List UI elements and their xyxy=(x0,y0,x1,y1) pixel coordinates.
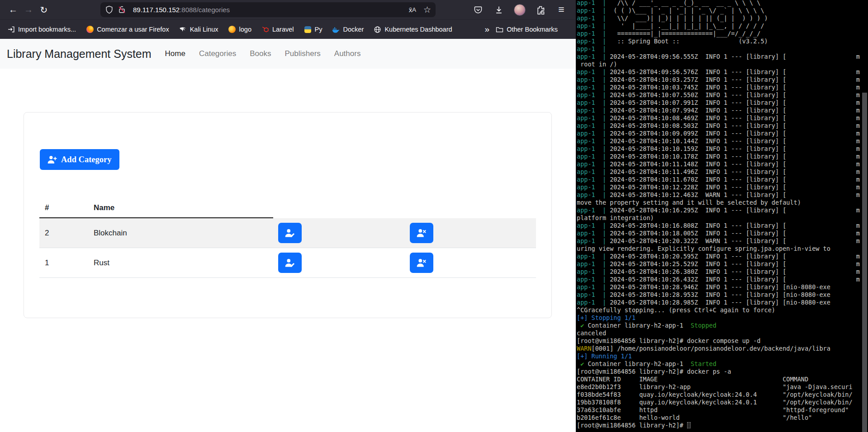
bookmark-label: Kubernetes Dashboard xyxy=(384,26,452,33)
delete-cell xyxy=(405,223,536,243)
header-name: Name xyxy=(94,203,273,212)
url-path: :8088/categories xyxy=(180,6,230,14)
bookmark-label: Docker xyxy=(343,26,364,33)
bookmark-kali-linux[interactable]: Kali Linux xyxy=(179,26,218,33)
site-navbar: Library Management System HomeCategories… xyxy=(0,39,576,69)
terminal-line: app-1 | 2024-05-28T04:10:26.432Z INFO 1 … xyxy=(577,276,868,283)
translate-icon[interactable]: x̄A xyxy=(409,6,416,14)
terminal-line: app-1 | :: Spring Boot :: (v3.2.5) xyxy=(577,38,868,45)
table-header-row: # Name xyxy=(39,198,273,218)
terminal-line: [root@vmi1864856 library-h2]# xyxy=(577,422,868,429)
category-name: Blokchain xyxy=(94,229,273,238)
edit-cell xyxy=(273,253,405,273)
bookmark-label: Comenzar a usar Firefox xyxy=(97,26,169,33)
terminal-scrollbar[interactable] xyxy=(862,93,867,432)
add-category-button[interactable]: Add Category xyxy=(40,149,119,170)
nav-item-publishers[interactable]: Publishers xyxy=(278,46,327,62)
terminal-line: app-1 | 2024-05-28T04:10:18.005Z INFO 1 … xyxy=(577,230,868,237)
terminal-line: CONTAINER ID IMAGE COMMAND xyxy=(577,376,868,383)
terminal-line: app-1 | 2024-05-28T04:10:10.144Z INFO 1 … xyxy=(577,137,868,145)
firefox-icon xyxy=(86,26,94,33)
table-row: 1Rust xyxy=(39,248,536,278)
terminal-line: app-1 | 2024-05-28T04:10:10.178Z INFO 1 … xyxy=(577,153,868,160)
bookmark-kubernetes-dashboard[interactable]: Kubernetes Dashboard xyxy=(374,26,452,33)
terminal-line: app-1 | 2024-05-28T04:10:12.463Z WARN 1 … xyxy=(577,191,868,199)
terminal-line: app-1 | xyxy=(577,45,868,53)
pocket-icon[interactable] xyxy=(470,3,486,17)
other-bookmarks-label: Other Bookmarks xyxy=(507,26,558,33)
terminal-line: app-1 | 2024-05-28T04:09:56.555Z INFO 1 … xyxy=(577,53,868,61)
delete-category-button[interactable] xyxy=(410,223,433,243)
terminal-line: app-1 | 2024-05-28T04:10:11.670Z INFO 1 … xyxy=(577,176,868,183)
terminal-line: uring view rendering. Explicitly configu… xyxy=(577,245,868,253)
url-bar[interactable]: 89.117.150.152:8088/categories x̄A ☆ xyxy=(100,2,436,17)
terminal-line: app-1 | 2024-05-28T04:10:11.148Z INFO 1 … xyxy=(577,160,868,168)
insecure-lock-icon[interactable] xyxy=(118,5,126,14)
extensions-puzzle-icon[interactable] xyxy=(533,3,548,17)
terminal-line: app-1 | 2024-05-28T04:10:25.529Z INFO 1 … xyxy=(577,260,868,268)
avatar-image xyxy=(514,4,526,16)
page-content: Library Management System HomeCategories… xyxy=(0,39,576,432)
folder-icon xyxy=(496,26,503,33)
terminal-line: app-1 | 2024-05-28T04:10:26.380Z INFO 1 … xyxy=(577,268,868,276)
terminal-line: app-1 | 2024-05-28T04:10:28.946Z INFO 1 … xyxy=(577,283,868,291)
bookmark-label: Py xyxy=(315,26,323,33)
bookmark-import-bookmarks[interactable]: Import bookmarks... xyxy=(7,26,76,33)
downloads-icon[interactable] xyxy=(491,3,507,17)
bookmark-laravel[interactable]: Laravel xyxy=(261,26,294,33)
terminal-line: [+] Stopping 1/1 xyxy=(577,314,868,322)
terminal-line: WARN[0001] /home/ponsianodeloor/ponsiano… xyxy=(577,345,868,352)
edit-category-button[interactable] xyxy=(278,253,302,273)
terminal-window[interactable]: app-1 | /\\ / ___'_ __ _ _(_)_ __ __ _ \… xyxy=(576,0,868,432)
table-row: 2Blokchain xyxy=(39,218,536,248)
categories-card: Add Category # Name 2Blokchain1Rust xyxy=(24,112,552,318)
back-button[interactable]: ← xyxy=(5,3,21,17)
nav-item-books[interactable]: Books xyxy=(243,46,278,62)
terminal-line: e8ed2b0b12f3 library-h2-app "java -Djava… xyxy=(577,383,868,391)
bookmarks-overflow-chevron-icon[interactable]: » xyxy=(485,24,490,34)
terminal-line: app-1 | 2024-05-28T04:10:03.745Z INFO 1 … xyxy=(577,84,868,91)
terminal-line: platform integration) xyxy=(577,214,868,222)
profile-avatar[interactable] xyxy=(512,3,527,17)
terminal-cursor xyxy=(687,422,691,428)
toolbar-right-icons: ≡ xyxy=(470,0,569,19)
terminal-line: ✔ Container library-h2-app-1 Stopped xyxy=(577,322,868,329)
category-id: 2 xyxy=(39,229,94,238)
terminal-line: f038bde54f83 quay.io/keycloak/keycloak:2… xyxy=(577,391,868,399)
reload-button[interactable]: ↻ xyxy=(36,3,52,17)
nav-item-home[interactable]: Home xyxy=(158,46,192,62)
bookmark-docker[interactable]: Docker xyxy=(332,26,364,33)
terminal-line: ^CGracefully stopping... (press Ctrl+C a… xyxy=(577,306,868,314)
terminal-line: root in /) xyxy=(577,61,868,68)
menu-hamburger-icon[interactable]: ≡ xyxy=(554,3,569,17)
bookmark-star-icon[interactable]: ☆ xyxy=(423,5,431,15)
globe-icon xyxy=(374,26,381,33)
nav-item-categories[interactable]: Categories xyxy=(192,46,243,62)
url-host: 89.117.150.152 xyxy=(133,6,180,14)
user-x-icon xyxy=(417,258,427,268)
terminal-line: [+] Running 1/1 xyxy=(577,352,868,360)
bookmark-comenzar-a-usar-firefox[interactable]: Comenzar a usar Firefox xyxy=(86,26,169,33)
add-category-label: Add Category xyxy=(61,155,112,164)
nav-item-authors[interactable]: Authors xyxy=(327,46,368,62)
python-icon xyxy=(304,26,312,33)
terminal-line: ✔ Container library-h2-app-1 Started xyxy=(577,360,868,368)
kali-icon xyxy=(179,26,187,33)
terminal-line: app-1 | ' |____| .__|_| |_|_| |_\__, | /… xyxy=(577,22,868,30)
url-text[interactable]: 89.117.150.152:8088/categories xyxy=(133,6,230,14)
terminal-line: 19bb378108f8 quay.io/keycloak/keycloak:2… xyxy=(577,399,868,406)
terminal-line: app-1 | /\\ / ___'_ __ _ _(_)_ __ __ _ \… xyxy=(577,0,868,7)
bookmark-py[interactable]: Py xyxy=(304,26,323,33)
edit-category-button[interactable] xyxy=(278,223,302,243)
browser-window: ← → ↻ 89.117.150.152:8088/categories x̄A… xyxy=(0,0,576,432)
bookmarks-bar: Import bookmarks...Comenzar a usar Firef… xyxy=(0,19,576,39)
user-pen-icon xyxy=(285,258,295,268)
other-bookmarks-folder[interactable]: Other Bookmarks xyxy=(496,26,558,33)
delete-category-button[interactable] xyxy=(410,253,433,273)
bookmark-logo[interactable]: logo xyxy=(228,26,251,33)
forward-button[interactable]: → xyxy=(21,3,36,17)
terminal-line: app-1 | 2024-05-28T04:10:08.469Z INFO 1 … xyxy=(577,114,868,122)
tracking-shield-icon[interactable] xyxy=(105,5,114,14)
bookmark-label: Import bookmarks... xyxy=(18,26,76,33)
bookmarks-right-group: » Other Bookmarks xyxy=(485,24,569,34)
